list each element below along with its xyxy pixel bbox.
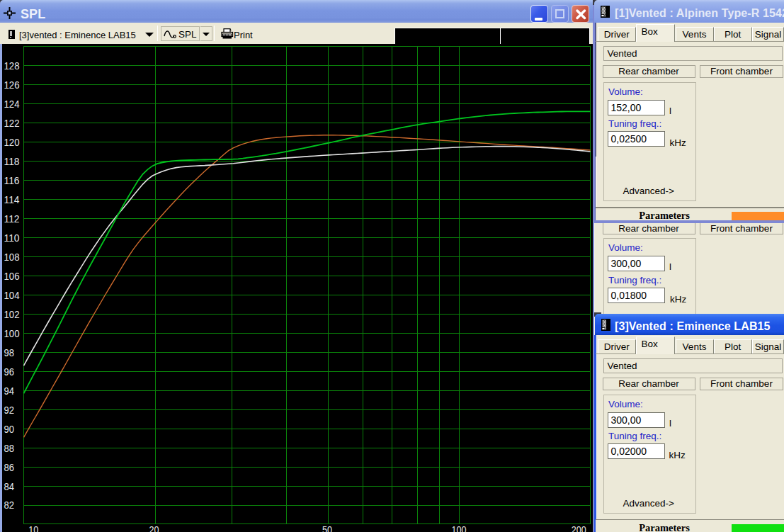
svg-text:84: 84	[4, 480, 15, 492]
svg-text:120: 120	[4, 136, 20, 148]
svg-text:106: 106	[4, 270, 20, 282]
svg-text:110: 110	[4, 232, 20, 244]
svg-text:10: 10	[28, 523, 38, 532]
svg-text:82: 82	[4, 499, 15, 511]
svg-text:94: 94	[4, 385, 15, 397]
svg-text:128: 128	[4, 60, 20, 72]
svg-text:124: 124	[4, 98, 20, 110]
svg-text:102: 102	[4, 308, 20, 320]
svg-text:126: 126	[4, 79, 20, 91]
svg-text:100: 100	[4, 327, 20, 339]
svg-text:200: 200	[572, 523, 586, 532]
svg-text:90: 90	[4, 423, 15, 435]
svg-text:88: 88	[4, 442, 15, 454]
svg-text:118: 118	[4, 155, 20, 167]
svg-text:92: 92	[4, 404, 15, 416]
svg-text:98: 98	[4, 346, 15, 358]
svg-text:100: 100	[452, 523, 467, 532]
svg-text:20: 20	[149, 523, 159, 532]
svg-text:50: 50	[322, 523, 332, 532]
svg-text:108: 108	[4, 251, 20, 263]
svg-text:116: 116	[4, 174, 20, 186]
svg-text:96: 96	[4, 366, 15, 378]
svg-text:122: 122	[4, 117, 20, 129]
svg-text:104: 104	[4, 289, 20, 301]
svg-text:86: 86	[4, 461, 15, 473]
svg-text:112: 112	[4, 213, 20, 225]
svg-text:114: 114	[4, 193, 20, 205]
